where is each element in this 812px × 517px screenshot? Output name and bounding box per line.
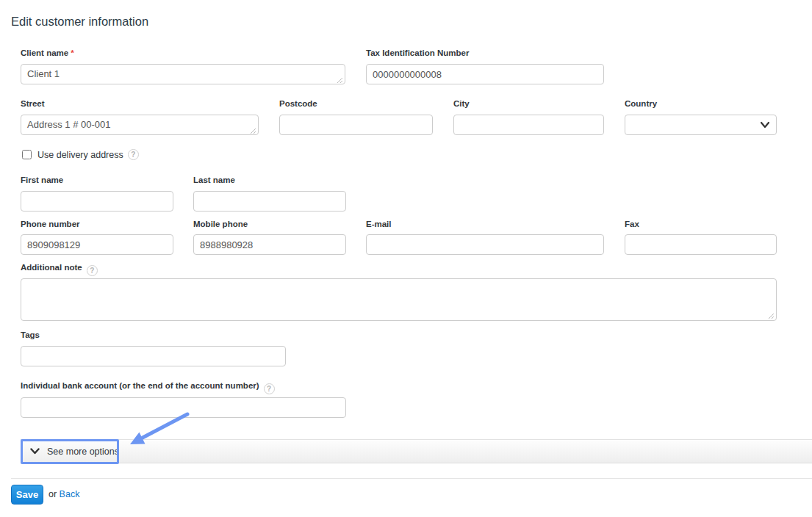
save-button[interactable]: Save: [11, 485, 43, 505]
page-title: Edit customer information: [11, 15, 148, 29]
see-more-options-button[interactable]: See more options: [30, 440, 119, 463]
last-name-label: Last name: [193, 176, 235, 184]
additional-note-label: Additional note?: [21, 263, 98, 275]
mobile-phone-label: Mobile phone: [193, 220, 248, 228]
bank-account-label: Individual bank account (or the end of t…: [21, 381, 275, 394]
first-name-field[interactable]: [21, 191, 173, 212]
first-name-label: First name: [21, 176, 63, 184]
help-icon[interactable]: ?: [128, 149, 139, 160]
footer-divider: [11, 478, 812, 479]
last-name-field[interactable]: [193, 191, 346, 212]
help-icon[interactable]: ?: [264, 383, 275, 394]
tax-id-label: Tax Identification Number: [366, 48, 469, 57]
use-delivery-address-checkbox[interactable]: [22, 150, 32, 159]
postcode-label: Postcode: [279, 99, 317, 108]
country-label: Country: [625, 99, 657, 108]
fax-label: Fax: [625, 220, 639, 228]
street-label: Street: [21, 99, 45, 108]
bank-account-field[interactable]: [21, 397, 346, 418]
use-delivery-address-label: Use delivery address: [37, 150, 123, 160]
fax-field[interactable]: [625, 234, 777, 255]
additional-note-field[interactable]: [21, 278, 777, 321]
postcode-field[interactable]: [279, 115, 433, 135]
city-label: City: [453, 99, 470, 108]
street-field[interactable]: Address 1 # 00-001: [21, 115, 259, 135]
city-field[interactable]: [453, 115, 604, 135]
back-link[interactable]: Back: [60, 489, 80, 499]
client-name-field[interactable]: Client 1: [21, 64, 345, 84]
footer-links: or Back: [48, 489, 79, 499]
client-name-label: Client name*: [21, 48, 74, 57]
see-more-options-label: See more options: [47, 446, 119, 457]
help-icon[interactable]: ?: [87, 265, 98, 276]
edit-customer-page: Edit customer information Client name* C…: [0, 0, 812, 517]
tags-field[interactable]: [21, 346, 286, 366]
tax-id-field[interactable]: [366, 64, 604, 84]
country-select[interactable]: [625, 115, 777, 135]
email-label: E-mail: [366, 220, 392, 228]
required-asterisk: *: [71, 48, 73, 57]
chevron-down-icon: [30, 448, 40, 455]
mobile-phone-field[interactable]: [193, 234, 346, 255]
phone-field[interactable]: [21, 234, 173, 255]
more-options-bar: See more options: [21, 439, 812, 463]
use-delivery-address-row: Use delivery address ?: [22, 149, 139, 160]
email-field[interactable]: [366, 234, 604, 255]
or-text: or: [48, 489, 57, 499]
phone-label: Phone number: [21, 220, 80, 228]
tags-label: Tags: [21, 330, 40, 339]
